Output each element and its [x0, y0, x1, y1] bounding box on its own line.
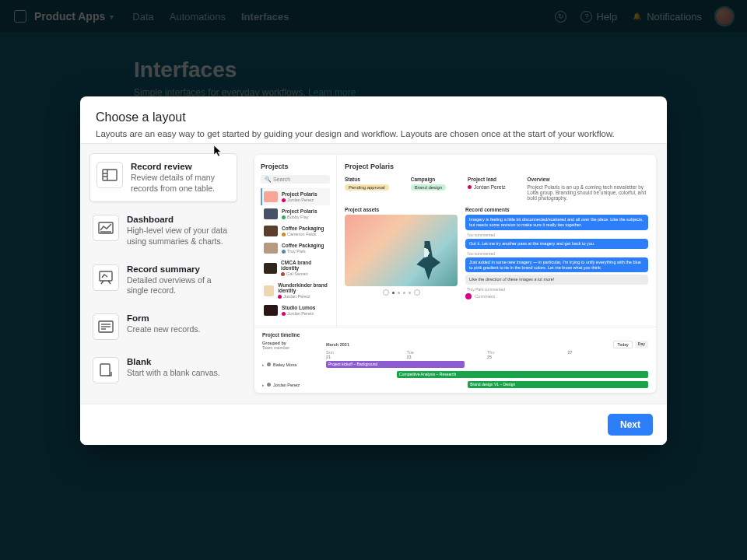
layout-desc: Create new records.	[127, 324, 201, 335]
choose-layout-modal: Choose a layout Layouts are an easy way …	[80, 96, 667, 445]
preview-list-item: Wunderkinder brand identityJordan Peretz	[261, 279, 330, 302]
record-summary-icon	[93, 264, 119, 291]
preview-timeline: Project timeline Grouped by Team member …	[254, 327, 656, 393]
comment-meta: You commented	[467, 233, 648, 237]
preview-search: 🔍 Search	[261, 175, 330, 184]
next-button[interactable]: Next	[608, 414, 653, 436]
svg-rect-0	[103, 170, 117, 180]
layout-preview: Projects 🔍 Search Project PolarisJordan …	[254, 155, 656, 393]
preview-meta: StatusPending approval CampaignBrand des…	[345, 177, 648, 201]
layout-option-form[interactable]: FormCreate new records.	[89, 309, 237, 345]
preview-record-title: Project Polaris	[345, 163, 648, 170]
svg-rect-11	[100, 364, 110, 376]
preview-assets: Project assets	[345, 207, 458, 299]
comment-meta: Troy Park commented	[467, 287, 648, 292]
timeline-row: Jordan PeretzBrand design V1 – Design	[262, 380, 648, 390]
preview-list-item: Coffee PackagingCameron Falds	[261, 222, 330, 240]
modal-title: Choose a layout	[96, 110, 651, 124]
status-pill: Pending approval	[345, 184, 389, 191]
dashboard-icon	[93, 215, 119, 241]
timeline-tab-day: Day	[635, 341, 648, 348]
layout-desc: Detailed overviews of a single record.	[127, 275, 234, 296]
prev-icon	[383, 289, 389, 296]
layout-option-record-review[interactable]: Record reviewReview details of many reco…	[89, 153, 237, 202]
layout-option-record-summary[interactable]: Record summaryDetailed overviews of a si…	[89, 260, 237, 301]
layout-option-dashboard[interactable]: DashboardHigh-level view of your data us…	[89, 210, 237, 251]
comment-bubble: Like the direction of these images a lot…	[465, 275, 648, 285]
comment-bubble: Got it. Let me try another pass at the i…	[465, 239, 648, 249]
preview-list-item: Project PolarisJordan Peretz	[261, 188, 330, 205]
form-icon	[93, 313, 119, 340]
record-review-icon	[96, 162, 123, 188]
preview-asset-image	[345, 215, 458, 286]
layout-name: Record review	[131, 162, 230, 171]
layout-desc: Start with a blank canvas.	[127, 368, 220, 379]
layout-desc: Review details of many records from one …	[131, 173, 230, 194]
timeline-bar: Project kickoff – Background	[326, 361, 465, 368]
modal-subtitle: Layouts are an easy way to get started b…	[96, 129, 651, 138]
timeline-bar: Brand design V1 – Design	[468, 381, 648, 388]
preview-comment-input: Comment	[465, 293, 648, 299]
preview-list-item: Project PolarisBobby Flay	[261, 205, 330, 222]
layout-option-blank[interactable]: BlankStart with a blank canvas.	[89, 352, 237, 388]
preview-carousel-controls	[345, 289, 458, 296]
timeline-bar: Competitive Analysis – Research	[397, 371, 648, 378]
blank-icon	[93, 357, 119, 383]
timeline-row: Bailey MonaProject kickoff – Background	[262, 359, 648, 369]
preview-sidebar: Projects 🔍 Search Project PolarisJordan …	[254, 155, 337, 327]
comment-meta: You commented	[467, 251, 648, 256]
timeline-row: Competitive Analysis – Research	[262, 369, 648, 380]
preview-sidebar-title: Projects	[261, 163, 330, 170]
campaign-pill: Brand design	[411, 184, 446, 191]
preview-comments: Record comments Imagery is feeling a lit…	[465, 207, 648, 299]
preview-list-item: CMCA brand identityGal Samari	[261, 257, 330, 279]
layout-name: Blank	[127, 357, 220, 366]
layout-desc: High-level view of your data using summa…	[127, 226, 234, 247]
comment-bubble: Just added in some new imagery — in part…	[465, 257, 648, 273]
layout-preview-pane: Projects 🔍 Search Project PolarisJordan …	[247, 144, 667, 404]
preview-list-item: Coffee PackagingTroy Park	[261, 240, 330, 257]
next-icon	[414, 289, 420, 296]
layout-name: Dashboard	[127, 215, 234, 224]
modal-overlay[interactable]: Choose a layout Layouts are an easy way …	[0, 0, 747, 560]
comment-bubble: Imagery is feeling a little bit disconne…	[465, 215, 648, 230]
timeline-tab-today: Today	[613, 341, 632, 348]
avatar-icon	[465, 293, 472, 299]
preview-list-item: Studio LumosJordan Peretz	[261, 302, 330, 319]
layout-name: Form	[127, 313, 201, 323]
layout-options-list: Record reviewReview details of many reco…	[80, 144, 247, 404]
preview-detail: Project Polaris StatusPending approval C…	[337, 155, 656, 327]
layout-name: Record summary	[127, 264, 234, 274]
